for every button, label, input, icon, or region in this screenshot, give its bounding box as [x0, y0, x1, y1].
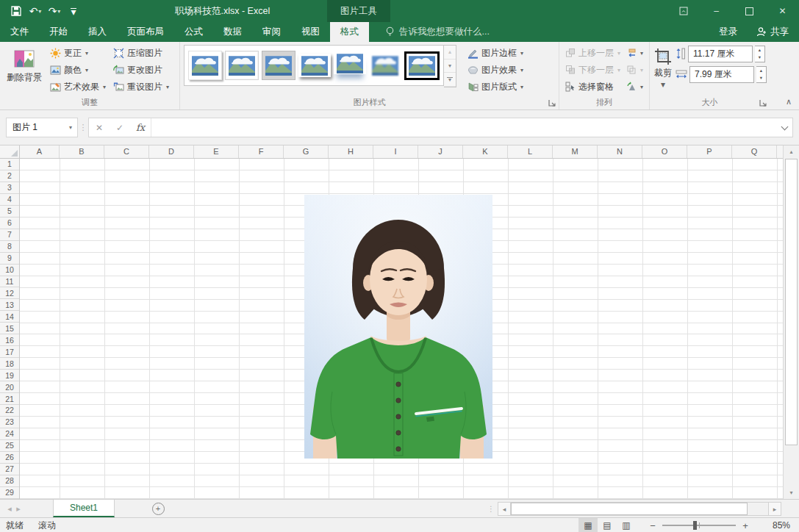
- color-button[interactable]: 颜色▾: [48, 62, 108, 78]
- row-header-10[interactable]: 10: [0, 265, 19, 276]
- row-header-13[interactable]: 13: [0, 299, 19, 311]
- width-input[interactable]: 7.99 厘米: [689, 66, 754, 83]
- column-header-D[interactable]: D: [149, 145, 194, 158]
- gallery-more-button[interactable]: ▾: [444, 73, 456, 87]
- cancel-button[interactable]: ✕: [89, 123, 110, 133]
- zoom-slider-thumb[interactable]: [693, 521, 697, 530]
- restore-button[interactable]: [733, 0, 766, 22]
- row-header-19[interactable]: 19: [0, 370, 19, 381]
- picture-border-button[interactable]: 图片边框▾: [465, 45, 526, 61]
- change-picture-button[interactable]: 更改图片: [111, 62, 171, 78]
- height-input[interactable]: 11.17 厘米: [688, 46, 753, 62]
- column-header-F[interactable]: F: [239, 145, 284, 158]
- share-button[interactable]: 共享: [746, 26, 799, 38]
- row-header-12[interactable]: 12: [0, 287, 19, 299]
- insert-function-button[interactable]: fx: [130, 122, 151, 133]
- column-header-E[interactable]: E: [194, 145, 239, 158]
- tab-insert[interactable]: 插入: [78, 22, 117, 42]
- selection-pane-button[interactable]: 选择窗格: [563, 79, 623, 95]
- picture-style-5-reflection[interactable]: [334, 52, 366, 74]
- tab-home[interactable]: 开始: [39, 22, 78, 42]
- row-header-1[interactable]: 1: [0, 159, 19, 170]
- row-header-21[interactable]: 21: [0, 393, 19, 405]
- tell-me-box[interactable]: 告诉我您想要做什么...: [385, 22, 490, 42]
- customize-qat-button[interactable]: ▾: [65, 1, 82, 21]
- size-dialog-launcher[interactable]: [759, 98, 767, 107]
- row-header-3[interactable]: 3: [0, 182, 19, 194]
- picture-style-3-frame-gray[interactable]: [262, 51, 295, 80]
- artistic-effects-button[interactable]: 艺术效果▾: [48, 79, 108, 95]
- picture-styles-dialog-launcher[interactable]: [548, 98, 556, 107]
- scroll-right-button[interactable]: ▸: [768, 502, 781, 516]
- column-header-A[interactable]: A: [20, 145, 60, 158]
- row-header-16[interactable]: 16: [0, 334, 19, 346]
- enter-button[interactable]: ✓: [110, 123, 130, 133]
- row-header-11[interactable]: 11: [0, 276, 19, 288]
- picture-style-6-soft-edge[interactable]: [369, 51, 401, 79]
- row-header-27[interactable]: 27: [0, 464, 19, 475]
- zoom-level[interactable]: 85%: [759, 520, 799, 531]
- column-header-Q[interactable]: Q: [732, 145, 777, 158]
- spin-up-button[interactable]: ▴: [756, 67, 766, 75]
- splitter-dots[interactable]: ⋮: [487, 505, 495, 513]
- compress-pictures-button[interactable]: 压缩图片: [111, 45, 171, 61]
- corrections-button[interactable]: 更正▾: [48, 45, 108, 61]
- zoom-slider[interactable]: [662, 525, 736, 526]
- crop-button[interactable]: 裁剪 ▾: [653, 45, 673, 90]
- column-header-I[interactable]: I: [373, 145, 418, 158]
- picture-layout-button[interactable]: 图片版式▾: [465, 79, 526, 95]
- horizontal-scrollbar[interactable]: ⋮ ◂ ▸: [487, 502, 781, 516]
- row-header-20[interactable]: 20: [0, 381, 19, 393]
- picture-style-2-frame-white-2[interactable]: [225, 51, 259, 80]
- column-header-M[interactable]: M: [553, 145, 598, 158]
- name-box-dropdown[interactable]: ▾: [64, 124, 77, 131]
- column-header-K[interactable]: K: [463, 145, 508, 158]
- undo-button[interactable]: ↶▾: [26, 1, 44, 21]
- row-header-9[interactable]: 9: [0, 253, 19, 265]
- column-header-N[interactable]: N: [598, 145, 642, 158]
- save-button[interactable]: [7, 1, 25, 21]
- tab-formulas[interactable]: 公式: [174, 22, 213, 42]
- column-header-H[interactable]: H: [329, 145, 373, 158]
- horizontal-scroll-track[interactable]: [511, 502, 768, 516]
- page-break-preview-button[interactable]: ▥: [617, 518, 636, 532]
- normal-view-button[interactable]: ▦: [578, 518, 598, 532]
- picture-style-1-frame-white[interactable]: [188, 51, 222, 80]
- zoom-out-button[interactable]: −: [646, 520, 659, 531]
- tab-format[interactable]: 格式: [330, 22, 369, 42]
- cells-canvas[interactable]: [20, 159, 783, 499]
- name-box[interactable]: 图片 1 ▾: [6, 118, 78, 137]
- close-button[interactable]: ✕: [766, 0, 799, 22]
- formula-input[interactable]: [151, 118, 776, 137]
- column-header-G[interactable]: G: [284, 145, 329, 158]
- spin-up-button[interactable]: ▴: [755, 46, 764, 54]
- row-header-28[interactable]: 28: [0, 475, 19, 487]
- redo-button[interactable]: ↷▾: [46, 1, 63, 21]
- row-header-24[interactable]: 24: [0, 428, 19, 440]
- scroll-left-button[interactable]: ◂: [498, 502, 511, 516]
- expand-formula-bar-button[interactable]: [776, 126, 792, 129]
- tab-data[interactable]: 数据: [213, 22, 252, 42]
- row-header-22[interactable]: 22: [0, 405, 19, 417]
- row-header-17[interactable]: 17: [0, 346, 19, 358]
- spin-down-button[interactable]: ▾: [755, 54, 764, 62]
- page-layout-view-button[interactable]: ▤: [598, 518, 617, 532]
- row-header-5[interactable]: 5: [0, 206, 19, 218]
- row-header-18[interactable]: 18: [0, 358, 19, 370]
- column-header-B[interactable]: B: [60, 145, 104, 158]
- row-header-15[interactable]: 15: [0, 323, 19, 334]
- inserted-picture[interactable]: [304, 195, 492, 459]
- picture-style-7-frame-black[interactable]: [404, 51, 440, 80]
- sheet-tab-sheet1[interactable]: Sheet1: [53, 500, 115, 517]
- picture-style-4-shadow[interactable]: [298, 54, 331, 77]
- zoom-in-button[interactable]: +: [739, 520, 752, 531]
- reset-picture-button[interactable]: 重设图片▾: [111, 79, 171, 95]
- tab-file[interactable]: 文件: [0, 22, 39, 42]
- column-header-O[interactable]: O: [642, 145, 687, 158]
- gallery-scroll-down-button[interactable]: ▾: [444, 60, 456, 73]
- sign-in-button[interactable]: 登录: [710, 26, 746, 38]
- undo-dropdown[interactable]: ▾: [38, 8, 41, 15]
- column-header-J[interactable]: J: [418, 145, 463, 158]
- row-header-29[interactable]: 29: [0, 487, 19, 499]
- row-header-6[interactable]: 6: [0, 218, 19, 229]
